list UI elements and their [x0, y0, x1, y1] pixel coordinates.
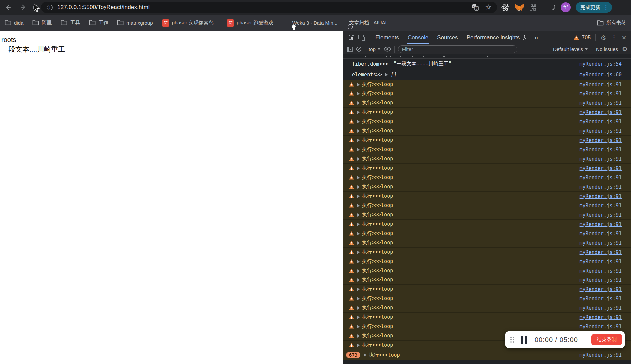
expand-arrow-icon[interactable] — [357, 241, 360, 245]
expand-arrow-icon[interactable] — [357, 288, 360, 291]
console-warning-row[interactable]: 执行>>>loopmyRender.js:91 — [343, 80, 631, 89]
filter-input[interactable] — [398, 45, 517, 53]
source-link[interactable]: myRender.js:91 — [580, 314, 622, 320]
console-warning-row[interactable]: 执行>>>loopmyRender.js:91 — [343, 108, 631, 117]
console-warning-row[interactable]: 执行>>>loopmyRender.js:91 — [343, 126, 631, 136]
source-link[interactable]: myRender.js:91 — [580, 165, 622, 171]
tab-performance-insights[interactable]: Performance insights — [462, 31, 531, 44]
expand-arrow-icon[interactable] — [357, 306, 360, 310]
profile-avatar[interactable]: 华 — [561, 2, 571, 12]
source-link[interactable]: myRender.js:91 — [580, 268, 622, 274]
source-link[interactable]: myRender.js:91 — [580, 184, 622, 190]
drag-handle-icon[interactable] — [510, 337, 514, 343]
more-tabs-icon[interactable]: » — [531, 34, 541, 41]
source-link[interactable]: myRender.js:91 — [580, 352, 622, 358]
expand-arrow-icon[interactable] — [357, 278, 360, 282]
expand-arrow-icon[interactable] — [357, 167, 360, 170]
console-warning-row[interactable]: 执行>>>loopmyRender.js:91 — [343, 182, 631, 192]
bookmark-item[interactable]: Weka 3 - Data Min... — [290, 20, 337, 26]
expand-arrow-icon[interactable] — [357, 344, 360, 347]
console-log-row[interactable]: fiber.dom>>> "一段文本....川崎重工" myRender.js:… — [343, 59, 631, 69]
expand-arrow-icon[interactable] — [357, 223, 360, 226]
expand-arrow-icon[interactable] — [357, 204, 360, 207]
metamask-icon[interactable] — [515, 3, 524, 12]
console-warning-row[interactable]: 执行>>>loopmyRender.js:91 — [343, 248, 631, 257]
console-warning-row[interactable]: 执行>>>loopmyRender.js:91 — [343, 145, 631, 154]
source-link[interactable]: myRender.js:91 — [580, 119, 622, 125]
expand-arrow-icon[interactable] — [357, 334, 360, 338]
log-levels-dropdown[interactable]: Default levels — [553, 46, 588, 52]
source-link[interactable]: myRender.js:60 — [580, 72, 622, 78]
console-warning-row[interactable]: 执行>>>loopmyRender.js:91 — [343, 173, 631, 182]
expand-arrow-icon[interactable] — [357, 176, 360, 179]
bookmark-item[interactable]: 简phaser 跑酷游戏 -... — [227, 19, 281, 27]
browser-menu-kebab-icon[interactable]: ⋮ — [603, 4, 609, 11]
expand-arrow-icon[interactable] — [357, 92, 360, 95]
source-link[interactable]: myRender.js:91 — [580, 296, 622, 302]
console-warning-row[interactable]: 执行>>>loopmyRender.js:91 — [343, 313, 631, 322]
console-warning-row[interactable]: 执行>>>loopmyRender.js:91 — [343, 220, 631, 229]
source-link[interactable]: myRender.js:91 — [580, 100, 622, 106]
translate-icon[interactable]: G 文 — [472, 4, 479, 11]
source-link[interactable]: myRender.js:91 — [580, 231, 622, 237]
console-warning-row[interactable]: 执行>>>loopmyRender.js:91 — [343, 238, 631, 248]
expand-arrow-icon[interactable] — [357, 139, 360, 142]
expand-arrow-icon[interactable] — [357, 148, 360, 151]
expand-arrow-icon[interactable] — [357, 157, 360, 161]
expand-arrow-icon[interactable] — [385, 73, 388, 76]
context-selector[interactable]: top — [369, 46, 380, 52]
console-warning-row[interactable]: 执行>>>loopmyRender.js:91 — [343, 136, 631, 145]
bookmark-item[interactable]: 简phaser 实现像素鸟... — [162, 19, 218, 27]
console-warning-row[interactable]: 执行>>>loopmyRender.js:91 — [343, 117, 631, 126]
source-link[interactable]: myRender.js:91 — [580, 259, 622, 265]
bookmark-item[interactable]: 文章归档 - AIUAI — [346, 20, 387, 26]
expand-arrow-icon[interactable] — [357, 195, 360, 198]
bookmark-star-icon[interactable]: ☆ — [485, 3, 492, 12]
console-warning-row[interactable]: 执行>>>loopmyRender.js:91 — [343, 257, 631, 266]
issues-status[interactable]: No issues — [596, 46, 618, 52]
source-link[interactable]: myRender.js:91 — [580, 203, 622, 209]
bookmark-item[interactable]: dida — [5, 20, 23, 26]
source-link[interactable]: myRender.js:91 — [580, 147, 622, 153]
inspect-element-icon[interactable] — [347, 33, 357, 42]
console-warning-row[interactable]: 执行>>>loopmyRender.js:91 — [343, 89, 631, 98]
expand-arrow-icon[interactable] — [357, 101, 360, 105]
console-warning-row[interactable]: 执行>>>loopmyRender.js:91 — [343, 322, 631, 331]
warning-counter[interactable]: 705 — [573, 35, 591, 41]
playlist-icon[interactable] — [547, 4, 556, 11]
bookmark-item[interactable]: 工作 — [89, 20, 108, 26]
expand-arrow-icon[interactable] — [357, 260, 360, 263]
console-warning-row[interactable]: 执行>>>loopmyRender.js:91 — [343, 266, 631, 275]
console-warning-row[interactable]: 执行>>>loopmyRender.js:91 — [343, 98, 631, 108]
console-warning-row[interactable]: 执行>>>loopmyRender.js:91 — [343, 201, 631, 210]
source-link[interactable]: myRender.js:91 — [580, 240, 622, 246]
expand-arrow-icon[interactable] — [357, 120, 360, 123]
clear-console-icon[interactable] — [356, 46, 362, 52]
react-devtools-icon[interactable] — [501, 3, 510, 12]
all-bookmarks-button[interactable]: 所有书签 — [597, 20, 626, 26]
extensions-puzzle-icon[interactable] — [529, 3, 537, 11]
source-link[interactable]: myRender.js:91 — [580, 175, 622, 181]
console-warning-row[interactable]: 执行>>>loopmyRender.js:91 — [343, 275, 631, 285]
tab-console[interactable]: Console — [403, 31, 433, 44]
expand-arrow-icon[interactable] — [357, 129, 360, 133]
source-link[interactable]: myRender.js:91 — [580, 286, 622, 292]
source-link[interactable]: myRender.js:91 — [580, 221, 622, 227]
source-link[interactable]: myRender.js:91 — [580, 82, 622, 88]
bookmark-item[interactable]: 工具 — [61, 20, 80, 26]
console-warning-row[interactable]: 执行>>>loopmyRender.js:91 — [343, 303, 631, 313]
console-settings-icon[interactable]: ⚙ — [622, 45, 628, 53]
source-link[interactable]: myRender.js:54 — [580, 61, 622, 67]
forward-icon[interactable] — [19, 3, 28, 12]
tab-elements[interactable]: Elements — [371, 31, 403, 44]
pause-recording-icon[interactable] — [521, 336, 527, 344]
source-link[interactable]: myRender.js:91 — [580, 324, 622, 330]
stop-recording-button[interactable]: 结束录制 — [591, 334, 622, 345]
source-link[interactable]: myRender.js:91 — [580, 193, 622, 199]
devtools-kebab-icon[interactable]: ⋮ — [611, 34, 617, 41]
source-link[interactable]: myRender.js:91 — [580, 109, 622, 115]
update-chrome-button[interactable]: 完成更新 ⋮ — [576, 2, 612, 13]
devtools-close-icon[interactable]: × — [622, 34, 626, 41]
source-link[interactable]: myRender.js:91 — [580, 277, 622, 283]
console-sidebar-icon[interactable] — [347, 47, 353, 52]
